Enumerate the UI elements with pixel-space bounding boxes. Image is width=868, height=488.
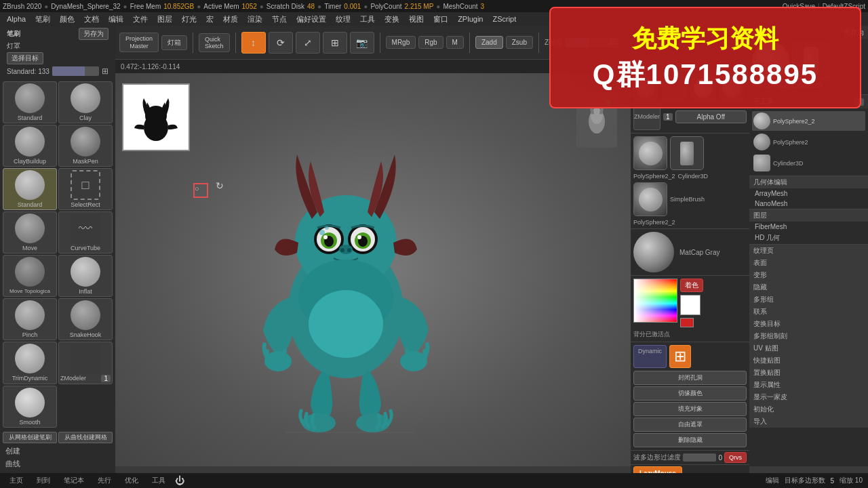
m-btn[interactable]: M xyxy=(446,36,464,49)
menu-item-window[interactable]: 窗口 xyxy=(429,14,452,25)
menu-item-color[interactable]: 颜色 xyxy=(56,14,79,25)
layers-btn[interactable]: 图层 xyxy=(749,209,868,222)
quick-map-btn[interactable]: 快捷贴图 xyxy=(749,354,868,367)
menu-item-transform[interactable]: 变换 xyxy=(380,14,403,25)
morph-btn[interactable]: 联系 xyxy=(749,306,868,318)
multigroup-btn[interactable]: 多形组 xyxy=(749,293,868,306)
color-picker-gradient[interactable] xyxy=(633,279,677,323)
menu-item-edit[interactable]: 编辑 xyxy=(104,14,127,25)
brush-move[interactable]: Move xyxy=(3,211,57,253)
import-btn[interactable]: 导入 xyxy=(749,415,868,428)
zadd-btn[interactable]: Zadd xyxy=(475,36,503,49)
place-map-btn[interactable]: 置换贴图 xyxy=(749,367,868,379)
preview-tab[interactable]: 先行 xyxy=(94,475,115,486)
rotate-icon[interactable]: ⟳ xyxy=(269,32,293,54)
brush-save-btn[interactable]: 另存为 xyxy=(79,28,108,40)
display-props-btn[interactable]: 显示属性 xyxy=(749,379,868,391)
brush-pinch[interactable]: Pinch xyxy=(3,298,57,340)
brush-move-topo[interactable]: Move Topologica xyxy=(3,255,57,297)
alpha-off-btn[interactable]: Alpha Off xyxy=(675,110,747,123)
brush-trim-dynamic[interactable]: TrimDynamic xyxy=(3,342,57,384)
from-curve-brush-btn[interactable]: 从曲线创建网格 xyxy=(58,432,113,443)
random-icon[interactable]: ⊞ xyxy=(102,66,108,76)
menu-item-file[interactable]: 文件 xyxy=(129,14,152,25)
quick-sketch-btn[interactable]: QuickSketch xyxy=(199,33,230,52)
polysphere2-2-thumb[interactable] xyxy=(633,136,667,170)
free-mask-btn[interactable]: 自由遮罩 xyxy=(633,418,747,432)
move-icon[interactable]: ↕ xyxy=(241,32,266,54)
init-btn[interactable]: 初始化 xyxy=(749,403,868,415)
cylinder3d-thumb[interactable] xyxy=(670,136,704,170)
brush-select-rect[interactable]: □ SelectRect xyxy=(58,168,113,210)
fibermesh-btn[interactable]: FiberMesh xyxy=(749,222,868,232)
menu-item-material[interactable]: 材质 xyxy=(219,14,242,25)
stretch-icon[interactable]: ⊞ xyxy=(669,345,691,368)
zsub-btn[interactable]: Zsub xyxy=(506,36,533,49)
menu-item-brush[interactable]: 笔刷 xyxy=(31,14,54,25)
qrvs-btn[interactable]: Qrvs xyxy=(724,452,747,463)
red-swatch[interactable] xyxy=(680,318,694,327)
brush-clay-buildup[interactable]: ClayBuildup xyxy=(3,125,57,167)
convert-btn[interactable]: 变换目标 xyxy=(749,318,868,330)
close-up-btn[interactable]: 封闭孔洞 xyxy=(633,371,747,385)
home-tab[interactable]: 主页 xyxy=(5,475,27,486)
show-skin-btn[interactable]: 显示一家皮 xyxy=(749,391,868,403)
subtool-cylinder3d[interactable]: Cylinder3D xyxy=(752,153,865,173)
texture-btn[interactable]: 纹理页 xyxy=(749,245,868,257)
arraymesh-btn[interactable]: ArrayMesh xyxy=(749,188,868,199)
menu-item-macro[interactable]: 宏 xyxy=(202,14,218,25)
menu-item-node[interactable]: 节点 xyxy=(268,14,291,25)
select-target-btn[interactable]: 选择目标 xyxy=(7,52,43,64)
dynamic-btn[interactable]: Dynamic xyxy=(633,345,667,368)
menu-item-tool[interactable]: 工具 xyxy=(356,14,379,25)
brush-smooth[interactable]: Smooth xyxy=(3,386,57,428)
rgb-btn[interactable]: Rgb xyxy=(418,36,443,49)
subtool-polysphere2-2[interactable]: PolySphere2_2 xyxy=(752,111,865,131)
white-swatch[interactable] xyxy=(680,295,701,315)
brush-standard2[interactable]: Standard xyxy=(3,168,57,210)
nanomesh-btn[interactable]: NanoMesh xyxy=(749,199,868,209)
brush-clay[interactable]: Clay xyxy=(58,81,113,123)
tool-tab[interactable]: 工具 xyxy=(148,475,170,486)
lightbox-btn[interactable]: 灯箱 xyxy=(161,35,187,50)
brush-inflat[interactable]: Inflat xyxy=(58,255,113,297)
hide-btn[interactable]: 隐藏 xyxy=(749,281,868,293)
menu-item-view[interactable]: 视图 xyxy=(405,14,428,25)
del-hidden-btn[interactable]: 删除隐藏 xyxy=(633,433,747,447)
menu-item-prefs[interactable]: 偏好设置 xyxy=(292,14,330,25)
brush-zmodeler[interactable]: ZModeler1 xyxy=(58,342,113,384)
fore-color-btn[interactable]: 着色 xyxy=(680,279,703,292)
snapshot-icon[interactable]: 📷 xyxy=(350,32,374,54)
notebook-tab[interactable]: 笔记本 xyxy=(60,475,88,486)
power-btn[interactable]: ⏻ xyxy=(175,475,184,486)
polysphere2-2-large[interactable] xyxy=(633,182,667,216)
menu-item-light[interactable]: 灯光 xyxy=(178,14,201,25)
subtool-polysphere2[interactable]: PolySphere2 xyxy=(752,132,865,152)
brush-standard[interactable]: Standard xyxy=(3,81,57,123)
section-curve[interactable]: 曲线 xyxy=(0,458,115,470)
nav-tab[interactable]: 到到 xyxy=(33,475,54,486)
fill-target-btn[interactable]: 填充对象 xyxy=(633,402,747,416)
uv-map-btn[interactable]: UV 贴图 xyxy=(749,342,868,354)
projection-master-btn[interactable]: ProjectionMaster xyxy=(119,33,159,53)
scale-icon[interactable]: ⤢ xyxy=(296,32,320,54)
menu-item-texture[interactable]: 纹理 xyxy=(332,14,355,25)
frame-icon[interactable]: ⊞ xyxy=(323,32,347,54)
cut-edge-btn[interactable]: 切缘颜色 xyxy=(633,386,747,401)
section-create[interactable]: 创建 xyxy=(0,445,115,458)
optimize-tab[interactable]: 优化 xyxy=(121,475,142,486)
from-mesh-brush-btn[interactable]: 从网格创建笔刷 xyxy=(3,432,57,443)
canvas-area[interactable]: ○ ↻ xyxy=(115,73,631,466)
matcap-sphere[interactable] xyxy=(633,232,674,272)
menu-item-layer[interactable]: 图层 xyxy=(153,14,176,25)
brush-curve-tube[interactable]: 〰 CurveTube xyxy=(58,211,113,253)
menu-item-doc[interactable]: 文档 xyxy=(80,14,103,25)
standard-slider[interactable] xyxy=(52,66,99,76)
brush-snake-hook[interactable]: SnakeHook xyxy=(58,298,113,340)
menu-item-alpha[interactable]: Alpha xyxy=(3,14,30,24)
mrgb-btn[interactable]: MRgb xyxy=(386,36,416,49)
geometry-btn[interactable]: 几何体编辑 xyxy=(749,176,868,188)
poly-smooth-slider[interactable] xyxy=(683,453,716,462)
deform-btn[interactable]: 变形 xyxy=(749,269,868,281)
brush-mask-pen[interactable]: MaskPen xyxy=(58,125,113,167)
